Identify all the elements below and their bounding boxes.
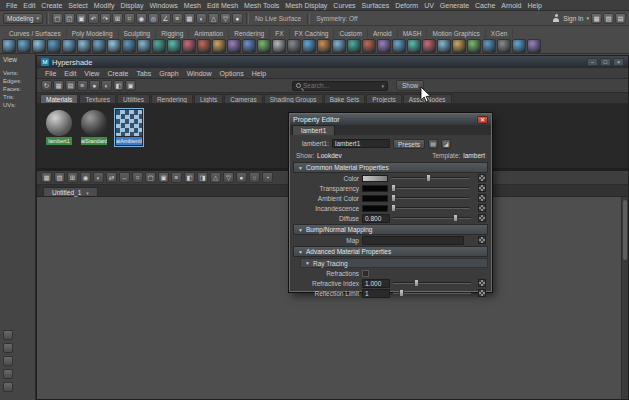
shelf-tool-icon[interactable] [107,39,121,53]
status-icon[interactable]: ▢ [52,13,63,24]
status-icon[interactable]: ⊞ [112,13,123,24]
status-icon[interactable]: ▽ [220,13,231,24]
shelf-tab[interactable]: XGen [486,29,514,38]
toolbox-icon[interactable] [3,330,13,340]
hypershade-menu-item[interactable]: Help [248,70,270,77]
menu-item[interactable]: Modify [91,2,118,9]
bump-map-field[interactable] [362,236,464,245]
panel-menu-view[interactable]: View [0,54,35,64]
shelf-tab[interactable]: Motion Graphics [427,29,485,38]
sign-in-button[interactable]: Sign In ▾ [552,14,589,23]
shelf-tool-icon[interactable] [347,39,361,53]
status-icon[interactable]: ▤ [615,13,626,24]
workarea-toolbar-icon[interactable]: ▦ [41,172,52,183]
section-advanced-material[interactable]: ▼ Advanced Material Properties [293,246,488,257]
hypershade-toolbar-icon[interactable]: ● [89,80,100,91]
workarea-toolbar-icon[interactable]: ◧ [184,172,195,183]
no-live-surface-label[interactable]: No Live Surface [252,15,304,22]
transparency-swatch[interactable] [362,185,388,192]
search-box[interactable]: ▾ [292,81,388,91]
subsection-ray-tracing[interactable]: ▼ Ray Tracing [300,258,488,268]
workarea-toolbar-icon[interactable]: ○ [249,172,260,183]
workarea-toolbar-icon[interactable]: ◉ [80,172,91,183]
map-texture-button[interactable] [478,204,486,212]
workarea-toolbar-icon[interactable]: ▽ [223,172,234,183]
workarea-toolbar-icon[interactable]: ▣ [158,172,169,183]
node-name-field[interactable] [332,139,390,148]
hypershade-menu-item[interactable]: File [41,70,60,77]
category-tab[interactable]: Bake Sets [324,94,366,103]
status-icon[interactable]: ◎ [148,13,159,24]
shelf-tool-icon[interactable] [362,39,376,53]
shelf-tool-icon[interactable] [302,39,316,53]
map-texture-button[interactable] [478,194,486,202]
category-tab[interactable]: Shading Groups [264,94,323,103]
vertical-scrollbar[interactable] [621,197,628,399]
ambient-color-slider[interactable] [391,194,469,202]
map-texture-button[interactable] [478,279,486,287]
shelf-tab[interactable]: Custom [334,29,367,38]
shelf-tool-icon[interactable] [272,39,286,53]
status-icon[interactable]: ▧ [603,13,614,24]
hypershade-toolbar-icon[interactable]: ▣ [125,80,136,91]
close-icon[interactable]: ✕ [477,116,488,124]
menu-item[interactable]: File [3,2,20,9]
node-tab[interactable]: lambert1 [292,125,335,135]
menu-item[interactable]: Curves [330,2,358,9]
hypershade-menu-item[interactable]: Create [103,70,132,77]
window-button[interactable]: – [587,58,598,66]
workarea-toolbar-icon[interactable]: ⇄ [106,172,117,183]
shelf-tool-icon[interactable] [452,39,466,53]
color-swatch[interactable] [362,175,388,182]
status-icon[interactable]: ● [232,13,243,24]
menu-item[interactable]: Windows [146,2,180,9]
reflection-limit-field[interactable]: 1 [362,289,390,298]
reflection-limit-slider[interactable] [393,289,471,297]
menu-item[interactable]: Mesh Display [282,2,330,9]
status-icon[interactable]: ▦ [184,13,195,24]
shelf-tab[interactable]: MASH [398,29,428,38]
shelf-tool-icon[interactable] [377,39,391,53]
hypershade-toolbar-icon[interactable]: ◐ [101,80,112,91]
shelf-tool-icon[interactable] [332,39,346,53]
shelf-tab[interactable]: Curves / Surfaces [4,29,67,38]
menu-item[interactable]: Edit [20,2,38,9]
status-icon[interactable]: ↷ [100,13,111,24]
map-texture-button[interactable] [478,174,486,182]
shelf-tab[interactable]: Animation [189,29,229,38]
map-texture-button[interactable] [478,214,486,222]
workarea-toolbar-icon[interactable]: ⊞ [67,172,78,183]
category-tab[interactable]: Cameras [224,94,262,103]
hypershade-menu-item[interactable]: Graph [155,70,182,77]
shelf-tab[interactable]: Rigging [156,29,189,38]
work-tab[interactable]: Untitled_1 ▾ [43,187,98,196]
shelf-tab[interactable]: Sculpting [119,29,157,38]
hypershade-toolbar-icon[interactable]: ▤ [65,80,76,91]
hypershade-toolbar-icon[interactable]: ▦ [53,80,64,91]
property-editor-titlebar[interactable]: Property Editor ✕ [290,114,491,125]
menu-item[interactable]: Mesh Tools [241,2,282,9]
shelf-tab[interactable]: Arnold [368,29,398,38]
refractive-index-field[interactable]: 1.000 [362,279,390,288]
toolbox-icon[interactable] [3,382,13,392]
shelf-tool-icon[interactable] [437,39,451,53]
status-icon[interactable]: ⌗ [124,13,135,24]
section-bump-mapping[interactable]: ▼ Bump/Normal Mapping [293,224,488,235]
transparency-slider[interactable] [391,184,469,192]
shelf-tool-icon[interactable] [197,39,211,53]
category-tab[interactable]: Rendering [151,94,193,103]
workarea-toolbar-icon[interactable]: ▧ [54,172,65,183]
category-tab[interactable]: Textures [79,94,116,103]
diffuse-value-field[interactable]: 0.800 [362,214,390,223]
ambient-color-swatch[interactable] [362,195,388,202]
workarea-toolbar-icon[interactable]: ↔ [119,172,130,183]
shelf-tool-icon[interactable] [122,39,136,53]
workarea-toolbar-icon[interactable]: △ [210,172,221,183]
map-texture-button[interactable] [478,289,486,297]
status-icon[interactable]: ▦ [591,13,602,24]
shelf-tool-icon[interactable] [392,39,406,53]
shelf-tool-icon[interactable] [77,39,91,53]
menu-item[interactable]: Cache [472,2,498,9]
shelf-tool-icon[interactable] [407,39,421,53]
show-value[interactable]: Lookdev [317,152,342,159]
